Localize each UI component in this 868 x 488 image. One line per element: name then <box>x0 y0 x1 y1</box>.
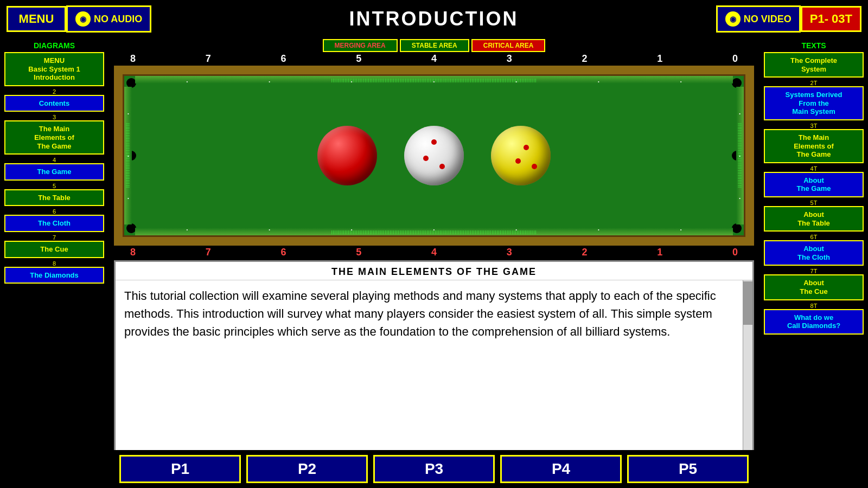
bottom-scale: 8 7 6 5 4 3 2 1 0 <box>114 247 754 258</box>
sidebar-number-4: 4 <box>4 157 104 163</box>
right-number-2t: 2T <box>764 80 864 86</box>
sidebar-number-2: 2 <box>4 88 104 95</box>
left-diamonds: • • • <box>127 76 129 235</box>
sidebar-item-3: 3 The MainElements ofThe Game <box>4 113 104 155</box>
table-surface: ||||||||||||||||||||||||||||||||||||||||… <box>123 74 745 237</box>
right-item-3t: 3T The MainElements ofThe Game <box>764 121 864 163</box>
audio-label: NO AUDIO <box>94 14 142 25</box>
sidebar-number-3: 3 <box>4 114 104 120</box>
sidebar-number-8: 8 <box>4 260 104 267</box>
video-icon: ◉ <box>725 11 741 27</box>
menu-button[interactable]: MENU <box>7 6 66 32</box>
sidebar-number-5: 5 <box>4 183 104 189</box>
white-dot-1 <box>431 139 437 145</box>
main-layout: DIAGRAMS MENUBasic System 1Introduction … <box>0 38 868 488</box>
red-ball <box>317 126 377 185</box>
right-btn-about-cloth[interactable]: AboutThe Cloth <box>764 240 864 266</box>
sidebar-btn-menu[interactable]: MENUBasic System 1Introduction <box>4 52 104 86</box>
right-btn-about-table[interactable]: AboutThe Table <box>764 206 864 232</box>
zone-labels: MERGING AREA STABLE AREA CRITICAL AREA <box>114 38 754 52</box>
bottom-diamonds: • • • • • • • <box>124 227 744 232</box>
right-item-1: The CompleteSystem <box>764 52 864 78</box>
sidebar-item-1[interactable]: MENUBasic System 1Introduction <box>4 52 104 86</box>
sidebar-btn-diamonds[interactable]: The Diamonds <box>4 267 104 284</box>
right-number-7t: 7T <box>764 268 864 274</box>
sidebar-number-6: 6 <box>4 208 104 215</box>
sidebar-btn-main-elements[interactable]: The MainElements ofThe Game <box>4 120 104 155</box>
right-btn-derived[interactable]: Systems DerivedFrom theMain System <box>764 86 864 120</box>
header: MENU ◉ NO AUDIO INTRODUCTION ◉ NO VIDEO … <box>0 0 868 38</box>
diagrams-label: DIAGRAMS <box>4 40 104 51</box>
sidebar-btn-game[interactable]: The Game <box>4 163 104 181</box>
sidebar-item-7: 7 The Cue <box>4 233 104 258</box>
right-number-8t: 8T <box>764 303 864 309</box>
right-btn-complete-system[interactable]: The CompleteSystem <box>764 52 864 78</box>
sidebar-btn-table[interactable]: The Table <box>4 189 104 207</box>
nav-p3[interactable]: P3 <box>373 455 495 483</box>
top-diamonds: • • • • • • • <box>124 79 744 84</box>
right-item-5t: 5T AboutThe Table <box>764 198 864 232</box>
left-sidebar: DIAGRAMS MENUBasic System 1Introduction … <box>0 38 108 488</box>
white-ball <box>404 126 464 185</box>
zone-critical: CRITICAL AREA <box>471 39 546 52</box>
nav-p4[interactable]: P4 <box>500 455 622 483</box>
zone-merging: MERGING AREA <box>323 39 398 52</box>
top-scale: 8 7 6 5 4 3 2 1 0 <box>114 53 754 65</box>
white-dot-2 <box>423 156 429 161</box>
right-item-2t: 2T Systems DerivedFrom theMain System <box>764 79 864 120</box>
audio-button[interactable]: ◉ NO AUDIO <box>66 5 151 33</box>
page-indicator: P1- 03T <box>801 6 861 32</box>
nav-p2[interactable]: P2 <box>246 455 368 483</box>
audio-icon: ◉ <box>75 11 91 27</box>
balls-area <box>317 126 551 185</box>
title-area: INTRODUCTION <box>151 8 716 30</box>
right-btn-about-game[interactable]: AboutThe Game <box>764 172 864 197</box>
billiard-table: ||||||||||||||||||||||||||||||||||||||||… <box>114 66 754 246</box>
sidebar-number-7: 7 <box>4 234 104 241</box>
yellow-dot-2 <box>532 164 537 169</box>
sidebar-btn-contents[interactable]: Contents <box>4 95 104 112</box>
bottom-navigation: P1 P2 P3 P4 P5 <box>108 450 760 488</box>
yellow-ball <box>491 126 551 185</box>
right-item-7t: 7T AboutThe Cue <box>764 267 864 300</box>
right-item-4t: 4T AboutThe Game <box>764 164 864 197</box>
right-btn-elements[interactable]: The MainElements ofThe Game <box>764 129 864 163</box>
sidebar-item-2: 2 Contents <box>4 87 104 112</box>
nav-p1[interactable]: P1 <box>119 455 241 483</box>
scroll-thumb[interactable] <box>743 281 752 325</box>
right-item-8t: 8T What do weCall Diamonds? <box>764 301 864 335</box>
right-diamonds: • • • <box>739 76 741 235</box>
video-label: NO VIDEO <box>744 14 792 25</box>
right-number-6t: 6T <box>764 234 864 240</box>
right-number-3t: 3T <box>764 123 864 129</box>
sidebar-btn-cloth[interactable]: The Cloth <box>4 215 104 232</box>
content-title: THE MAIN ELEMENTS OF THE GAME <box>116 262 752 280</box>
right-sidebar: TEXTS The CompleteSystem 2T Systems Deri… <box>760 38 868 488</box>
zone-stable: STABLE AREA <box>400 39 469 52</box>
texts-label: TEXTS <box>764 40 864 51</box>
sidebar-item-4: 4 The Game <box>4 156 104 181</box>
right-number-4t: 4T <box>764 165 864 172</box>
sidebar-item-5: 5 The Table <box>4 182 104 207</box>
right-item-6t: 6T AboutThe Cloth <box>764 233 864 266</box>
sidebar-btn-cue[interactable]: The Cue <box>4 241 104 258</box>
right-btn-about-cue[interactable]: AboutThe Cue <box>764 274 864 300</box>
right-btn-diamonds[interactable]: What do weCall Diamonds? <box>764 309 864 335</box>
video-button[interactable]: ◉ NO VIDEO <box>716 5 801 33</box>
page-title: INTRODUCTION <box>151 8 716 30</box>
center-area: MERGING AREA STABLE AREA CRITICAL AREA 8… <box>108 38 760 488</box>
white-dot-3 <box>439 164 445 169</box>
nav-p5[interactable]: P5 <box>627 455 749 483</box>
right-number-5t: 5T <box>764 200 864 206</box>
sidebar-item-6: 6 The Cloth <box>4 207 104 232</box>
sidebar-item-8: 8 The Diamonds <box>4 259 104 284</box>
yellow-dot-1 <box>524 145 529 150</box>
yellow-dot-3 <box>515 158 521 164</box>
